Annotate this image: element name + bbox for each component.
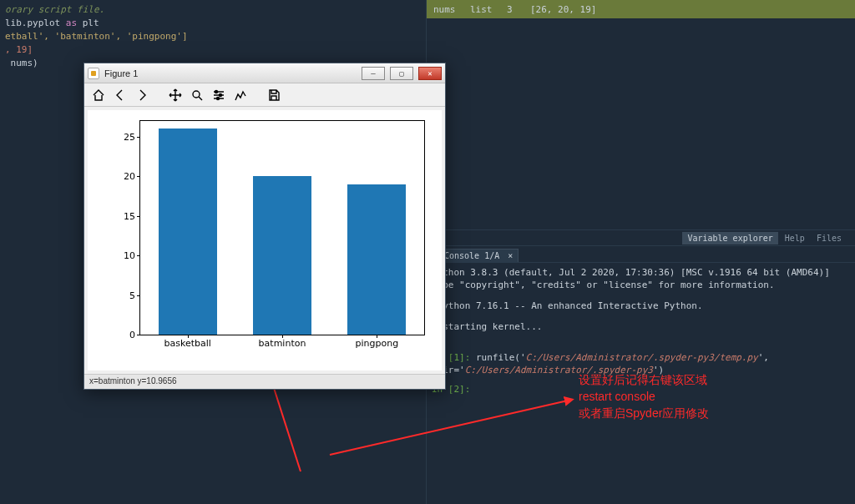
svg-point-2	[193, 91, 200, 98]
variable-explorer-row[interactable]: nums list 3 [26, 20, 19]	[427, 0, 855, 18]
console-line: IPython 7.16.1 -- An enhanced Interactiv…	[432, 300, 850, 312]
xtick-label: pingpong	[355, 338, 398, 349]
ytick-label: 5	[129, 290, 135, 300]
ytick-label: 20	[124, 171, 135, 182]
code-line: orary script file.	[5, 3, 421, 17]
pan-icon[interactable]	[168, 88, 183, 103]
home-icon[interactable]	[91, 88, 106, 103]
close-icon[interactable]: ×	[508, 251, 513, 260]
right-pane-tabs: Variable explorer Help Files	[427, 229, 855, 246]
window-title-bar[interactable]: Figure 1 — ▢ ✕	[84, 63, 445, 83]
configure-subplots-icon[interactable]	[211, 88, 226, 103]
ytick-label: 10	[124, 250, 135, 261]
minimize-button[interactable]: —	[362, 67, 385, 80]
xtick-label: basketball	[164, 338, 210, 349]
tab-variable-explorer[interactable]: Variable explorer	[682, 232, 777, 244]
save-icon[interactable]	[266, 88, 281, 103]
console-tab-label: Console 1/A	[444, 251, 499, 260]
right-pane: nums list 3 [26, 20, 19] Variable explor…	[426, 0, 855, 504]
ytick-label: 15	[124, 210, 135, 221]
var-type: list	[470, 4, 498, 15]
var-value: [26, 20, 19]	[530, 4, 596, 15]
back-icon[interactable]	[113, 88, 128, 103]
code-line: , 19]	[5, 43, 421, 57]
bar	[159, 129, 217, 335]
ytick-label: 25	[124, 131, 135, 142]
axes: 0510152025basketballbatmintonpingpong	[139, 120, 425, 335]
console-tab-bar: Console 1/A ×	[427, 246, 855, 263]
code-line: lib.pyplot as plt	[5, 17, 421, 30]
xtick-label: batminton	[259, 338, 306, 349]
ytick-label: 0	[129, 330, 135, 340]
console-line: Restarting kernel...	[432, 320, 850, 333]
annotation-text: 设置好后记得右键该区域 restart console 或者重启Spyder应用…	[579, 371, 709, 421]
maximize-button[interactable]: ▢	[390, 67, 413, 80]
var-size: 3	[507, 4, 522, 15]
tab-help[interactable]: Help	[780, 232, 810, 244]
svg-point-4	[220, 93, 222, 96]
figure-window[interactable]: Figure 1 — ▢ ✕ 0510152025basketballbatmi…	[83, 63, 446, 390]
matplotlib-toolbar	[84, 83, 445, 107]
code-line: etball', 'batminton', 'pingpong']	[5, 30, 421, 43]
svg-point-3	[215, 90, 218, 93]
edit-axes-icon[interactable]	[233, 88, 248, 103]
bar	[253, 176, 311, 335]
zoom-icon[interactable]	[190, 88, 205, 103]
app-icon	[88, 68, 99, 79]
svg-point-5	[217, 97, 220, 99]
console-line: Type "copyright", "credits" or "license"…	[432, 279, 850, 291]
figure-canvas[interactable]: 0510152025basketballbatmintonpingpong	[88, 110, 442, 370]
console-tab[interactable]: Console 1/A ×	[438, 249, 519, 262]
console-line: Python 3.8.3 (default, Jul 2 2020, 17:30…	[432, 266, 850, 279]
var-name: nums	[433, 4, 462, 15]
figure-status-bar: x=batminton y=10.9656	[84, 374, 445, 389]
close-button[interactable]: ✕	[418, 67, 442, 80]
bar	[347, 184, 406, 335]
window-title: Figure 1	[104, 68, 357, 78]
tab-files[interactable]: Files	[812, 232, 847, 244]
forward-icon[interactable]	[134, 88, 149, 103]
